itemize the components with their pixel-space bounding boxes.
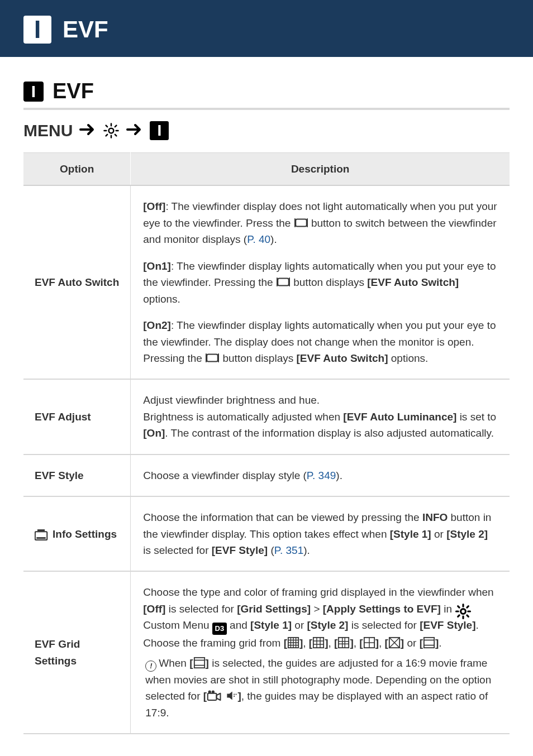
text: (: [268, 544, 274, 556]
table-header-description: Description: [131, 153, 510, 186]
svg-rect-11: [36, 537, 45, 539]
svg-rect-43: [208, 693, 217, 700]
text: Adjust viewfinder brightness and hue.: [143, 394, 320, 406]
option-description: [Off]: The viewfinder display does not l…: [131, 185, 510, 379]
page-banner: I EVF: [0, 0, 533, 57]
grid-movie-frame-icon: [193, 657, 206, 669]
svg-rect-47: [236, 694, 237, 695]
grid-option-5: []: [385, 637, 404, 649]
svg-rect-40: [194, 658, 204, 668]
banner-title: EVF: [63, 16, 108, 43]
gear-icon: [103, 122, 120, 139]
option-label-line1: EVF Grid: [35, 636, 119, 652]
svg-point-45: [212, 691, 215, 693]
option-label-line2: Settings: [35, 653, 119, 669]
evf-button-icon: [294, 217, 308, 228]
text: options.: [143, 293, 180, 305]
bold-text: [Off]: [143, 603, 165, 615]
grid-golden-icon: [337, 637, 350, 649]
svg-rect-26: [339, 638, 349, 648]
grid-option-4: []: [359, 637, 379, 649]
d3-badge-icon: D3: [212, 623, 227, 635]
text: When: [159, 657, 189, 669]
text: or: [431, 528, 446, 540]
grid-option-2: []: [309, 637, 329, 649]
grid-4x4-icon: [287, 637, 299, 649]
svg-point-44: [208, 691, 211, 693]
grid-option-1: []: [284, 637, 303, 649]
text: Choose the information that can be viewe…: [143, 511, 422, 523]
note-icon: !: [145, 661, 156, 672]
bold-text: [Grid Settings]: [237, 603, 311, 615]
evf-info-icon: [35, 529, 50, 541]
link-p349[interactable]: P. 349: [307, 470, 336, 481]
text: ,: [303, 637, 309, 649]
option-description: Choose a viewfinder display style (P. 34…: [131, 454, 510, 496]
bold-text: [EVF Style]: [212, 544, 268, 556]
grid-option-6: []: [420, 637, 439, 649]
option-name: EVF Adjust: [23, 379, 131, 454]
text: ,: [379, 637, 385, 649]
grid-3x3-icon: [312, 637, 325, 649]
grid-movie-frame-icon: [423, 637, 435, 649]
section-i-badge: I: [23, 82, 44, 102]
arrow-icon: [126, 121, 143, 140]
svg-point-0: [109, 128, 114, 133]
link-p40[interactable]: P. 40: [247, 233, 270, 245]
text: and: [227, 619, 250, 631]
option-description: Choose the information that can be viewe…: [131, 496, 510, 571]
evf-button-icon: [205, 352, 220, 363]
options-table: Option Description EVF Auto Switch [Off]…: [23, 152, 510, 734]
text: button displays: [220, 352, 296, 364]
grid-movie-frame-ref: []: [189, 657, 209, 669]
svg-rect-1: [296, 219, 307, 226]
text: Brightness is automatically adjusted whe…: [143, 411, 343, 423]
section-heading: I EVF: [23, 79, 510, 103]
svg-rect-21: [313, 638, 323, 648]
text: or: [292, 619, 307, 631]
table-row: EVF Grid Settings Choose the type and co…: [23, 571, 510, 734]
text: is selected for: [348, 619, 420, 631]
text: ).: [303, 544, 310, 556]
bold-text: [EVF Style]: [420, 619, 475, 631]
grid-diagonal-icon: [388, 637, 401, 649]
link-p351[interactable]: P. 351: [274, 544, 303, 556]
text: is set to: [456, 411, 496, 423]
arrow-icon: [79, 121, 96, 140]
option-name: EVF Style: [23, 454, 131, 496]
table-row: EVF Adjust Adjust viewfinder brightness …: [23, 379, 510, 454]
movie-quality-ref: [ ]: [203, 690, 241, 702]
text: .: [439, 637, 441, 649]
text: ).: [270, 233, 277, 245]
menu-i-badge: I: [150, 121, 169, 140]
svg-rect-46: [234, 694, 235, 695]
table-header-option: Option: [23, 153, 131, 186]
table-row: EVF Style Choose a viewfinder display st…: [23, 454, 510, 496]
text: Choose a viewfinder display style (: [143, 470, 307, 481]
menu-path: MENU I: [23, 121, 510, 140]
evf-button-icon: [276, 276, 291, 288]
grid-cross-icon: [363, 637, 375, 649]
text: ,: [354, 637, 360, 649]
bold-text: INFO: [422, 511, 448, 523]
label-off: [Off]: [143, 200, 165, 212]
option-name: EVF Grid Settings: [23, 571, 131, 734]
banner-i-badge: I: [23, 16, 51, 44]
bold-text: [Style 2]: [446, 528, 488, 540]
svg-rect-48: [234, 696, 235, 697]
bold-text: [EVF Auto Switch]: [297, 352, 388, 364]
svg-rect-4: [278, 279, 289, 286]
bold-text: [Style 1]: [390, 528, 431, 540]
section-title: EVF: [53, 79, 94, 103]
text: ,: [329, 637, 335, 649]
option-name: EVF Auto Switch: [23, 185, 131, 379]
table-row: Info Settings Choose the information tha…: [23, 496, 510, 571]
label-on2: [On2]: [143, 319, 171, 331]
bold-text: [Style 1]: [250, 619, 292, 631]
svg-rect-37: [424, 638, 434, 648]
movie-camera-icon: [207, 690, 222, 702]
text: in: [441, 603, 455, 615]
option-label: Info Settings: [53, 528, 117, 540]
bold-text: [Apply Settings to EVF]: [323, 603, 441, 615]
label-on1: [On1]: [143, 260, 171, 272]
